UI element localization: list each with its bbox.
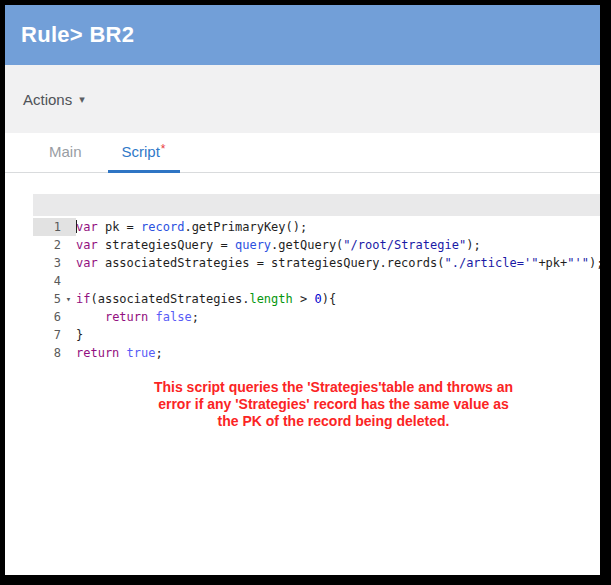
code-token-kw: if xyxy=(76,292,90,306)
actions-dropdown-button[interactable]: Actions ▾ xyxy=(23,91,85,108)
tab-panel-script: 1var pk = record.getPrimaryKey();2var st… xyxy=(5,173,600,575)
unsaved-changes-marker: * xyxy=(161,142,166,156)
code-token-glob: record xyxy=(141,220,184,234)
code-token-kw: var xyxy=(76,238,98,252)
fold-toggle-icon[interactable]: ▾ xyxy=(61,290,76,308)
code-token-num: 0 xyxy=(314,292,321,306)
code-token-kw: var xyxy=(76,256,98,270)
line-number[interactable]: 8 xyxy=(33,344,61,362)
code-line-text[interactable]: var strategiesQuery = query.getQuery("/r… xyxy=(76,236,481,254)
code-line[interactable]: 5▾if(associatedStrategies.length > 0){ xyxy=(33,290,600,308)
code-token-atom: true xyxy=(127,346,156,360)
code-token-kw: var xyxy=(76,220,98,234)
code-token-kw: return xyxy=(76,346,119,360)
code-line-text[interactable]: return true; xyxy=(76,344,163,362)
gutter-cell: 3 xyxy=(33,254,76,272)
gutter-cell: 2 xyxy=(33,236,76,254)
code-token-str: "'" xyxy=(567,256,589,270)
annotation-line: error if any 'Strategies' record has the… xyxy=(67,396,600,413)
line-number[interactable]: 2 xyxy=(33,236,61,254)
page-title: Rule> BR2 xyxy=(21,22,134,48)
gutter-cell: 1 xyxy=(33,218,76,236)
line-number[interactable]: 4 xyxy=(33,272,61,290)
code-token-str: "./article='" xyxy=(444,256,538,270)
annotation-line: This script queries the 'Strategies'tabl… xyxy=(67,379,600,396)
gutter-cell: 5▾ xyxy=(33,290,76,308)
text-cursor xyxy=(76,220,77,233)
tab-main[interactable]: Main xyxy=(35,143,96,172)
code-line[interactable]: 7} xyxy=(33,326,600,344)
code-token-plain: ; xyxy=(192,310,199,324)
code-token-plain: strategiesQuery = xyxy=(98,238,235,252)
code-token-plain: ); xyxy=(466,238,480,252)
gutter-cell: 6 xyxy=(33,308,76,326)
code-token-plain xyxy=(119,346,126,360)
code-token-sup: length xyxy=(249,292,292,306)
line-number[interactable]: 1 xyxy=(33,218,61,236)
code-token-glob: query xyxy=(235,238,271,252)
code-token-plain: ); xyxy=(589,256,600,270)
code-line[interactable]: 2var strategiesQuery = query.getQuery("/… xyxy=(33,236,600,254)
code-token-plain xyxy=(76,310,105,324)
code-line-text[interactable]: } xyxy=(76,326,83,344)
code-line[interactable]: 4 xyxy=(33,272,600,290)
code-line-text[interactable]: return false; xyxy=(76,308,199,326)
code-line-text[interactable]: var pk = record.getPrimaryKey(); xyxy=(76,218,307,236)
app-header: Rule> BR2 xyxy=(5,5,600,65)
code-line[interactable]: 8return true; xyxy=(33,344,600,362)
code-token-atom: false xyxy=(156,310,192,324)
code-token-plain: ; xyxy=(156,346,163,360)
gutter-cell: 8 xyxy=(33,344,76,362)
tab-main-label: Main xyxy=(49,143,82,160)
actions-bar: Actions ▾ xyxy=(5,65,600,133)
code-lines: 1var pk = record.getPrimaryKey();2var st… xyxy=(33,216,600,362)
code-token-plain: +pk+ xyxy=(538,256,567,270)
tab-bar: Main Script* xyxy=(5,133,600,173)
chevron-down-icon: ▾ xyxy=(79,94,85,105)
tab-script-label: Script xyxy=(122,143,160,160)
editor-top-strip xyxy=(33,194,600,216)
code-line-text[interactable]: if(associatedStrategies.length > 0){ xyxy=(76,290,336,308)
gutter-cell: 7 xyxy=(33,326,76,344)
tab-script[interactable]: Script* xyxy=(108,143,180,172)
code-token-plain: .getPrimaryKey(); xyxy=(184,220,307,234)
code-token-plain: ){ xyxy=(322,292,336,306)
code-token-plain: > xyxy=(293,292,315,306)
line-number[interactable]: 5 xyxy=(33,290,61,308)
line-number[interactable]: 6 xyxy=(33,308,61,326)
code-line[interactable]: 6 return false; xyxy=(33,308,600,326)
code-token-plain: .getQuery( xyxy=(271,238,343,252)
actions-dropdown-label: Actions xyxy=(23,91,72,108)
code-token-plain: pk = xyxy=(98,220,141,234)
code-line[interactable]: 1var pk = record.getPrimaryKey(); xyxy=(33,218,600,236)
code-line[interactable]: 3var associatedStrategies = strategiesQu… xyxy=(33,254,600,272)
script-code-editor[interactable]: 1var pk = record.getPrimaryKey();2var st… xyxy=(33,194,600,560)
app-window: Rule> BR2 Actions ▾ Main Script* 1var pk… xyxy=(5,5,600,575)
code-token-str: "/root/Strategie" xyxy=(343,238,466,252)
code-token-kw: return xyxy=(105,310,148,324)
gutter-cell: 4 xyxy=(33,272,76,290)
line-number[interactable]: 3 xyxy=(33,254,61,272)
code-token-plain xyxy=(148,310,155,324)
annotation-text: This script queries the 'Strategies'tabl… xyxy=(33,379,600,430)
code-line-text[interactable]: var associatedStrategies = strategiesQue… xyxy=(76,254,600,272)
code-token-plain: associatedStrategies = strategiesQuery.r… xyxy=(98,256,445,270)
annotation-line: the PK of the record being deleted. xyxy=(67,413,600,430)
line-number[interactable]: 7 xyxy=(33,326,61,344)
code-token-plain: (associatedStrategies. xyxy=(90,292,249,306)
code-token-plain: } xyxy=(76,328,83,342)
